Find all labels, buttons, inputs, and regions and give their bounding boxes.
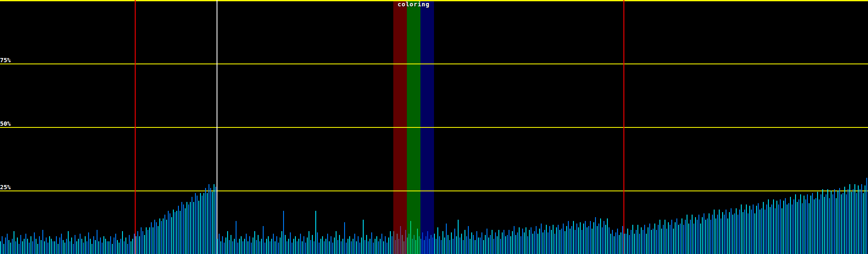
histogram-bar	[268, 236, 269, 254]
histogram-bar	[527, 236, 528, 254]
histogram-bar	[714, 210, 715, 254]
histogram-bar	[815, 198, 816, 254]
histogram-bar	[370, 239, 370, 254]
histogram-bar	[705, 220, 706, 254]
histogram-bar	[58, 244, 58, 254]
histogram-bar	[85, 236, 86, 254]
histogram-bar	[136, 236, 136, 254]
histogram-bar	[492, 230, 492, 254]
gridline-75pct	[0, 64, 868, 64]
histogram-bar	[420, 239, 421, 254]
histogram-bar	[175, 212, 175, 254]
histogram-bar	[100, 237, 101, 254]
histogram-bar	[556, 227, 557, 254]
histogram-bar	[181, 202, 182, 254]
histogram-bar	[183, 204, 184, 254]
histogram-bar	[809, 203, 810, 254]
histogram-bar	[449, 240, 450, 254]
histogram-bar	[281, 231, 282, 254]
histogram-bar	[487, 229, 487, 254]
histogram-bar	[551, 230, 552, 254]
histogram-bar	[470, 239, 470, 254]
histogram-bar	[548, 232, 548, 254]
histogram-bar	[558, 225, 559, 254]
histogram-bar	[622, 226, 623, 254]
histogram-bar	[280, 237, 281, 254]
histogram-bar	[405, 230, 406, 254]
histogram-bar	[549, 226, 550, 254]
histogram-bar	[231, 235, 231, 254]
histogram-bar	[458, 220, 459, 254]
histogram-bar	[290, 232, 291, 254]
histogram-bar	[75, 235, 75, 254]
histogram-bar	[322, 236, 323, 254]
histogram-bar	[437, 227, 438, 254]
histogram-bar	[305, 243, 306, 254]
histogram-bar	[620, 232, 621, 254]
histogram-bar	[161, 221, 162, 254]
histogram-bar	[198, 201, 199, 254]
histogram-bar	[617, 229, 618, 254]
histogram-bar	[722, 212, 723, 254]
histogram-bar	[98, 241, 99, 254]
histogram-bar	[222, 236, 223, 254]
histogram-bar	[108, 241, 109, 254]
histogram-bar	[753, 204, 754, 254]
histogram-bar	[66, 239, 67, 254]
histogram-bar	[415, 240, 416, 254]
histogram-bar	[451, 232, 452, 254]
histogram-bar	[729, 212, 730, 254]
histogram-bar	[459, 237, 460, 254]
histogram-bar	[537, 234, 538, 254]
histogram-bar	[331, 236, 331, 254]
histogram-bar	[605, 225, 606, 254]
histogram-bar	[804, 196, 804, 254]
histogram-bar	[271, 239, 272, 254]
histogram-bar	[710, 220, 711, 254]
histogram-bar	[364, 240, 365, 254]
histogram-bar	[83, 243, 84, 254]
histogram-bar	[348, 239, 348, 254]
histogram-bar	[821, 194, 821, 254]
histogram-bar	[32, 241, 33, 254]
histogram-bar	[680, 224, 681, 254]
histogram-bar	[626, 234, 626, 254]
histogram-bar	[651, 230, 652, 254]
histogram-bar	[390, 231, 391, 254]
histogram-bar	[731, 208, 732, 254]
histogram-bar	[237, 243, 238, 254]
histogram-bar	[197, 196, 198, 254]
histogram-bar	[692, 215, 693, 254]
histogram-bar	[436, 239, 437, 254]
histogram-bar	[665, 220, 665, 254]
histogram-bar	[51, 239, 52, 254]
histogram-bar	[592, 229, 593, 254]
histogram-bar	[787, 204, 787, 254]
histogram-bar	[310, 240, 311, 254]
histogram-bar	[107, 241, 108, 254]
histogram-bar	[203, 193, 204, 254]
histogram-bar	[119, 243, 120, 254]
histogram-bar	[515, 235, 516, 254]
histogram-bar	[853, 189, 854, 254]
histogram-bar	[115, 234, 116, 254]
histogram-bar	[739, 210, 740, 254]
histogram-bar	[812, 193, 813, 254]
histogram-bar	[225, 237, 226, 254]
histogram-bar	[495, 232, 496, 254]
histogram-bar	[575, 230, 576, 254]
histogram-bar	[473, 235, 474, 254]
histogram-bar	[329, 241, 330, 254]
histogram-bar	[42, 230, 43, 254]
histogram-bar	[300, 234, 301, 254]
histogram-bar	[526, 227, 526, 254]
histogram-bar	[587, 227, 587, 254]
histogram-bar	[224, 243, 225, 254]
histogram-bar	[397, 234, 398, 254]
histogram-bar	[202, 196, 203, 254]
histogram-bar	[25, 234, 26, 254]
histogram-bar	[92, 244, 92, 254]
histogram-bar	[346, 243, 347, 254]
histogram-bar	[17, 237, 18, 254]
histogram-bar	[241, 236, 242, 254]
